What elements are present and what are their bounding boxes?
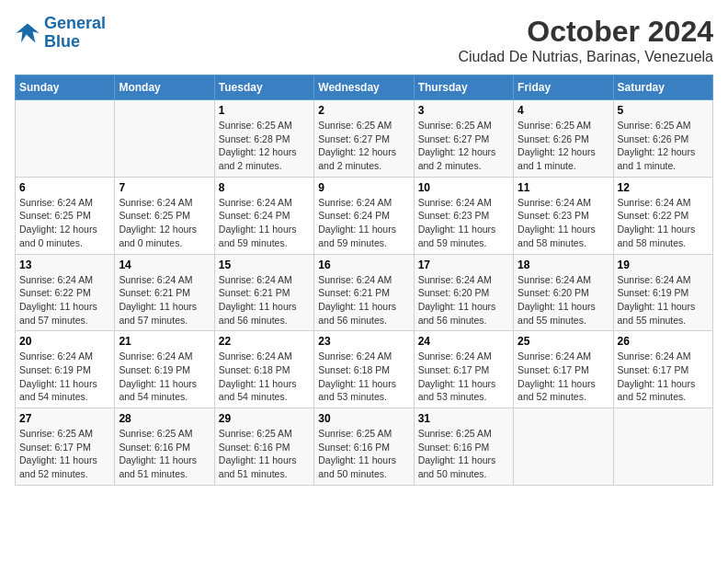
day-details: Sunrise: 6:25 AM Sunset: 6:27 PM Dayligh…	[418, 119, 509, 173]
day-details: Sunrise: 6:24 AM Sunset: 6:18 PM Dayligh…	[219, 350, 310, 404]
location-title: Ciudad De Nutrias, Barinas, Venezuela	[459, 49, 714, 65]
calendar-cell: 12Sunrise: 6:24 AM Sunset: 6:22 PM Dayli…	[613, 177, 712, 254]
calendar-cell: 23Sunrise: 6:24 AM Sunset: 6:18 PM Dayli…	[314, 331, 414, 408]
calendar-cell: 25Sunrise: 6:24 AM Sunset: 6:17 PM Dayli…	[514, 331, 613, 408]
calendar-cell	[115, 100, 214, 178]
day-details: Sunrise: 6:25 AM Sunset: 6:28 PM Dayligh…	[219, 119, 310, 173]
calendar-header-row: SundayMondayTuesdayWednesdayThursdayFrid…	[16, 75, 713, 100]
calendar-cell: 14Sunrise: 6:24 AM Sunset: 6:21 PM Dayli…	[115, 254, 214, 331]
header-saturday: Saturday	[613, 75, 712, 100]
calendar-cell: 22Sunrise: 6:24 AM Sunset: 6:18 PM Dayli…	[214, 331, 313, 408]
day-details: Sunrise: 6:24 AM Sunset: 6:20 PM Dayligh…	[418, 273, 509, 327]
day-number: 22	[219, 335, 310, 348]
day-details: Sunrise: 6:24 AM Sunset: 6:25 PM Dayligh…	[119, 196, 210, 250]
calendar-cell: 28Sunrise: 6:25 AM Sunset: 6:16 PM Dayli…	[115, 408, 214, 486]
day-number: 20	[19, 335, 110, 348]
header-monday: Monday	[115, 75, 214, 100]
day-number: 27	[19, 412, 110, 425]
day-details: Sunrise: 6:24 AM Sunset: 6:20 PM Dayligh…	[518, 273, 609, 327]
day-number: 16	[318, 259, 409, 271]
day-details: Sunrise: 6:24 AM Sunset: 6:17 PM Dayligh…	[618, 350, 709, 404]
day-details: Sunrise: 6:24 AM Sunset: 6:18 PM Dayligh…	[318, 350, 409, 404]
svg-marker-0	[16, 23, 39, 42]
page-header: General Blue October 2024 Ciudad De Nutr…	[15, 15, 713, 65]
calendar-table: SundayMondayTuesdayWednesdayThursdayFrid…	[15, 75, 713, 486]
day-number: 11	[518, 181, 609, 194]
day-details: Sunrise: 6:24 AM Sunset: 6:23 PM Dayligh…	[418, 196, 509, 250]
day-details: Sunrise: 6:24 AM Sunset: 6:19 PM Dayligh…	[618, 273, 709, 327]
day-details: Sunrise: 6:25 AM Sunset: 6:16 PM Dayligh…	[418, 427, 509, 481]
day-details: Sunrise: 6:25 AM Sunset: 6:26 PM Dayligh…	[618, 119, 709, 173]
day-number: 4	[518, 104, 609, 117]
calendar-cell: 27Sunrise: 6:25 AM Sunset: 6:17 PM Dayli…	[16, 408, 115, 486]
week-row-5: 27Sunrise: 6:25 AM Sunset: 6:17 PM Dayli…	[16, 408, 713, 486]
calendar-cell: 20Sunrise: 6:24 AM Sunset: 6:19 PM Dayli…	[16, 331, 115, 408]
day-details: Sunrise: 6:24 AM Sunset: 6:19 PM Dayligh…	[19, 350, 110, 404]
calendar-cell: 29Sunrise: 6:25 AM Sunset: 6:16 PM Dayli…	[214, 408, 313, 486]
day-number: 19	[618, 259, 709, 271]
week-row-1: 1Sunrise: 6:25 AM Sunset: 6:28 PM Daylig…	[16, 100, 713, 178]
calendar-cell: 4Sunrise: 6:25 AM Sunset: 6:26 PM Daylig…	[514, 100, 613, 178]
week-row-2: 6Sunrise: 6:24 AM Sunset: 6:25 PM Daylig…	[16, 177, 713, 254]
header-friday: Friday	[514, 75, 613, 100]
day-number: 1	[219, 104, 310, 117]
calendar-cell	[613, 408, 712, 486]
month-title: October 2024	[459, 15, 714, 49]
day-number: 13	[19, 259, 110, 271]
calendar-cell: 26Sunrise: 6:24 AM Sunset: 6:17 PM Dayli…	[613, 331, 712, 408]
calendar-cell: 2Sunrise: 6:25 AM Sunset: 6:27 PM Daylig…	[314, 100, 414, 178]
calendar-cell: 16Sunrise: 6:24 AM Sunset: 6:21 PM Dayli…	[314, 254, 414, 331]
day-details: Sunrise: 6:24 AM Sunset: 6:25 PM Dayligh…	[19, 196, 110, 250]
logo-text: General Blue	[44, 15, 106, 52]
week-row-4: 20Sunrise: 6:24 AM Sunset: 6:19 PM Dayli…	[16, 331, 713, 408]
day-details: Sunrise: 6:25 AM Sunset: 6:27 PM Dayligh…	[318, 119, 409, 173]
calendar-cell: 11Sunrise: 6:24 AM Sunset: 6:23 PM Dayli…	[514, 177, 613, 254]
calendar-cell: 10Sunrise: 6:24 AM Sunset: 6:23 PM Dayli…	[414, 177, 513, 254]
day-details: Sunrise: 6:24 AM Sunset: 6:17 PM Dayligh…	[518, 350, 609, 404]
calendar-cell	[16, 100, 115, 178]
logo: General Blue	[15, 15, 106, 52]
calendar-cell: 24Sunrise: 6:24 AM Sunset: 6:17 PM Dayli…	[414, 331, 513, 408]
day-number: 5	[618, 104, 709, 117]
calendar-cell: 31Sunrise: 6:25 AM Sunset: 6:16 PM Dayli…	[414, 408, 513, 486]
day-details: Sunrise: 6:25 AM Sunset: 6:26 PM Dayligh…	[518, 119, 609, 173]
day-details: Sunrise: 6:25 AM Sunset: 6:17 PM Dayligh…	[19, 427, 110, 481]
day-number: 2	[318, 104, 409, 117]
day-details: Sunrise: 6:24 AM Sunset: 6:19 PM Dayligh…	[119, 350, 210, 404]
day-details: Sunrise: 6:24 AM Sunset: 6:17 PM Dayligh…	[418, 350, 509, 404]
day-number: 8	[219, 181, 310, 194]
week-row-3: 13Sunrise: 6:24 AM Sunset: 6:22 PM Dayli…	[16, 254, 713, 331]
day-number: 17	[418, 259, 509, 271]
calendar-cell: 6Sunrise: 6:24 AM Sunset: 6:25 PM Daylig…	[16, 177, 115, 254]
calendar-cell: 1Sunrise: 6:25 AM Sunset: 6:28 PM Daylig…	[214, 100, 313, 178]
calendar-cell: 8Sunrise: 6:24 AM Sunset: 6:24 PM Daylig…	[214, 177, 313, 254]
calendar-cell: 17Sunrise: 6:24 AM Sunset: 6:20 PM Dayli…	[414, 254, 513, 331]
day-details: Sunrise: 6:24 AM Sunset: 6:21 PM Dayligh…	[119, 273, 210, 327]
day-number: 25	[518, 335, 609, 348]
day-number: 10	[418, 181, 509, 194]
day-details: Sunrise: 6:25 AM Sunset: 6:16 PM Dayligh…	[318, 427, 409, 481]
day-details: Sunrise: 6:25 AM Sunset: 6:16 PM Dayligh…	[219, 427, 310, 481]
header-thursday: Thursday	[414, 75, 513, 100]
calendar-cell: 18Sunrise: 6:24 AM Sunset: 6:20 PM Dayli…	[514, 254, 613, 331]
day-details: Sunrise: 6:24 AM Sunset: 6:24 PM Dayligh…	[318, 196, 409, 250]
day-number: 7	[119, 181, 210, 194]
header-wednesday: Wednesday	[314, 75, 414, 100]
calendar-cell: 15Sunrise: 6:24 AM Sunset: 6:21 PM Dayli…	[214, 254, 313, 331]
day-details: Sunrise: 6:24 AM Sunset: 6:21 PM Dayligh…	[219, 273, 310, 327]
calendar-cell: 7Sunrise: 6:24 AM Sunset: 6:25 PM Daylig…	[115, 177, 214, 254]
day-number: 3	[418, 104, 509, 117]
day-number: 21	[119, 335, 210, 348]
day-number: 26	[618, 335, 709, 348]
calendar-cell: 21Sunrise: 6:24 AM Sunset: 6:19 PM Dayli…	[115, 331, 214, 408]
calendar-cell: 13Sunrise: 6:24 AM Sunset: 6:22 PM Dayli…	[16, 254, 115, 331]
logo-icon	[15, 20, 40, 46]
calendar-cell: 5Sunrise: 6:25 AM Sunset: 6:26 PM Daylig…	[613, 100, 712, 178]
calendar-cell: 9Sunrise: 6:24 AM Sunset: 6:24 PM Daylig…	[314, 177, 414, 254]
header-sunday: Sunday	[16, 75, 115, 100]
day-number: 9	[318, 181, 409, 194]
day-details: Sunrise: 6:24 AM Sunset: 6:22 PM Dayligh…	[618, 196, 709, 250]
day-number: 12	[618, 181, 709, 194]
day-details: Sunrise: 6:24 AM Sunset: 6:24 PM Dayligh…	[219, 196, 310, 250]
day-details: Sunrise: 6:24 AM Sunset: 6:23 PM Dayligh…	[518, 196, 609, 250]
